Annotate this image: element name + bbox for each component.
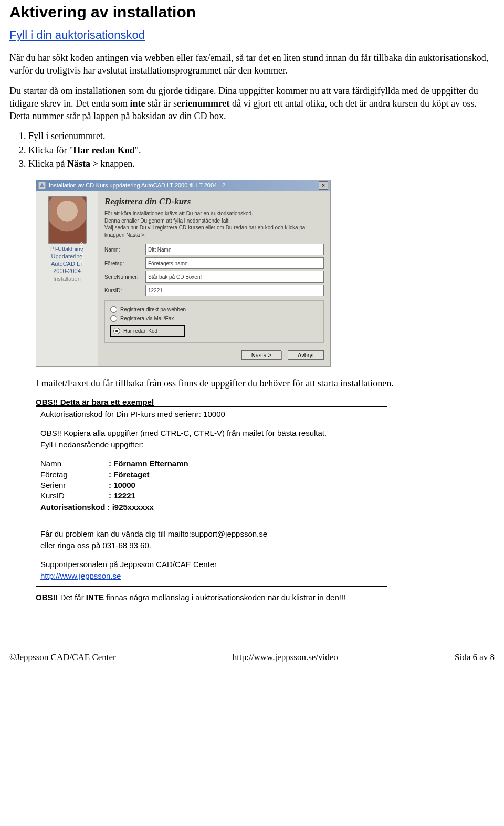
steps-list: Fyll i serienummret. Klicka för "Har red… [28,130,495,170]
name-field[interactable] [145,244,324,255]
installer-dialog: Installation av CD-Kurs uppdatering Auto… [36,180,331,367]
next-button[interactable]: Nästa > [242,350,281,360]
serial-field[interactable] [145,271,324,283]
kursid-field[interactable] [145,285,324,296]
close-icon[interactable]: × [319,181,328,190]
register-options: Registrera direkt på webben Registrera v… [104,300,324,343]
page-subtitle: Fyll i din auktorisationskod [9,28,495,42]
cancel-button[interactable]: Avbryt [288,350,324,360]
label-serial: SerieNummer: [104,274,145,280]
intro-para-1: När du har sökt koden antingen via webbe… [9,51,495,77]
page-title: Aktivering av installation [9,3,495,21]
step-3: Klicka på Nästa > knappen. [28,158,495,170]
footer-left: ©Jeppsson CAD/CAE Center [9,652,116,663]
footer-mid: http://www.jeppsson.se/video [233,652,338,663]
dialog-title: Installation av CD-Kurs uppdatering Auto… [49,182,225,189]
company-field[interactable] [145,257,324,269]
jeppsson-link[interactable]: http://www.jeppsson.se [40,571,121,580]
example-mail-box: Auktorisationskod för Din PI-kurs med se… [36,406,387,587]
step-1: Fyll i serienummret. [28,130,495,142]
label-name: Namn: [104,247,145,253]
intro-para-2: Du startar då om installationen som du g… [9,85,495,123]
final-note: OBS!! Det får INTE finnas några mellansl… [36,593,495,602]
sidebar-head-image: AutoCAD [48,196,87,244]
dialog-header: Registrera din CD-kurs [104,196,324,207]
dialog-titlebar: Installation av CD-Kurs uppdatering Auto… [36,180,330,191]
step-2: Klicka för "Har redan Kod". [28,144,495,156]
radio-register-web[interactable]: Registrera direkt på webben [110,306,318,313]
radio-register-mailfax[interactable]: Registrera via Mail/Fax [110,315,318,322]
label-company: Företag: [104,260,145,266]
label-kursid: KursID: [104,288,145,294]
page-footer: ©Jeppsson CAD/CAE Center http://www.jepp… [9,649,495,663]
after-para: I mailet/Faxet du får tillbaka från oss … [36,377,495,390]
dialog-description: För att köra installationen krävs att Du… [104,210,324,238]
example-warning: OBS!! Detta är bara ett exempel [36,398,495,406]
radio-have-code[interactable]: Har redan Kod [110,325,185,337]
dialog-sidebar: AutoCAD PI-Utbildning Uppdatering AutoCA… [36,191,98,366]
app-icon [38,182,46,189]
footer-right: Sida 6 av 8 [455,652,495,663]
